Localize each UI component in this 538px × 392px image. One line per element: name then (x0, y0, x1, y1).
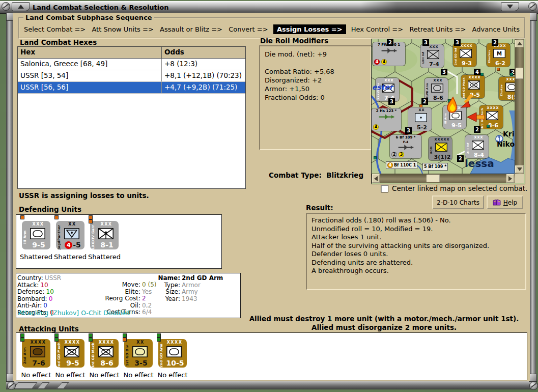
teal-hex-marker-icon (480, 73, 484, 76)
unit-status-label: Shattered (20, 253, 52, 261)
map-unit-counter[interactable]: ROMXXXXX3(1)2 (429, 137, 452, 160)
odds-cell: +8,1 (+12,1B) (70:23) (162, 70, 245, 81)
map-unit-type-icon (415, 113, 427, 122)
attacking-unit[interactable]: 2nd GD MechXXXX9-5No effect (56, 339, 84, 379)
center-map-checkbox[interactable] (381, 185, 388, 192)
linked-map-widget[interactable]: 7 FW 190 144LXII InfXXX7-42nd GD InfXXXX… (371, 39, 525, 184)
map-unit-counter[interactable]: XIII InfXXX8-4 (465, 135, 489, 158)
window-shade-button[interactable] (12, 2, 30, 11)
scroll-right-button[interactable] (506, 174, 514, 183)
map-unit-counter[interactable]: KharkovXXXXM6-2 (487, 43, 510, 67)
map-air-strip[interactable]: 4Bf 110C 1 (386, 161, 417, 169)
map-vertical-scrollbar[interactable] (515, 39, 524, 174)
map-place-label: lessa (465, 157, 494, 170)
map-place-label: ester (372, 83, 393, 91)
orange-marker-icon (89, 219, 93, 223)
map-unit-counter[interactable]: 2nd GD InfXXXX9-3 (453, 43, 476, 67)
unit-counter[interactable]: 2nd ArmXXXX7-6 (22, 339, 50, 368)
map-air-counter[interactable]: 2 Hs 123 *4 (372, 108, 401, 131)
air-status-badge: 3 (399, 152, 404, 157)
subphase-att-snow-units: Att Snow Units => (91, 25, 154, 34)
unit-counter[interactable]: 2nd GD MechXXXX9-5 (56, 339, 84, 368)
triangle-up-icon (18, 5, 24, 9)
detail-row: Move:0 (5) (92, 282, 156, 289)
defending-unit[interactable]: III ArmXXX9-5Shattered (22, 221, 50, 261)
subphase-hex-control: Hex Control => (350, 25, 404, 34)
defending-unit[interactable]: LXXXIV GarrXXX8-1Shattered (90, 221, 119, 261)
detail-row: Country:USSR (17, 275, 61, 282)
scroll-up-button[interactable] (515, 40, 524, 47)
green-marker-icon (89, 333, 93, 338)
unit-counter[interactable]: 3rd GD MechXXXX8-6 (90, 339, 119, 368)
attacking-unit[interactable]: 2nd ArmXXXX7-6No effect (22, 339, 50, 379)
attacking-unit[interactable]: 3rd GD MechXXXX8-6No effect (90, 339, 119, 379)
air-status-badge: 2 (391, 152, 397, 157)
window-menu-button[interactable] (501, 2, 519, 11)
unit-counter[interactable]: III ArmXXX9-5 (22, 221, 50, 249)
subphase-sequence-group: Land Combat Subphase Sequence Select Com… (18, 17, 525, 39)
detail-row: Year:1943 (158, 296, 223, 303)
map-unit-size: XXXXX (433, 137, 451, 142)
attacking-unit[interactable]: 2nd GD ArmXXXX10-5No effect (158, 339, 187, 379)
land-combat-hexes-table: Hex Odds Salonica, Greece [68, 49]+8 (12… (17, 46, 246, 189)
arrow-right-icon (508, 176, 512, 181)
map-unit-factors: 9-5 (465, 92, 485, 98)
teal-hex-marker-icon (448, 99, 451, 102)
die-roll-modifiers-title: Die Roll Modifiers (260, 37, 328, 45)
hex-table-row[interactable]: Salonica, Greece [68, 49]+8 (12:3) (18, 59, 245, 70)
map-unit-counter[interactable]: LXII InfXXX7-4 (420, 44, 444, 68)
map-unit-counter[interactable]: ZhukovXXXX8(5 (499, 77, 515, 100)
hex-table-row[interactable]: USSR [53, 54]+8,1 (+12,1B) (70:23) (18, 70, 245, 82)
map-air-strip[interactable]: 5 Bf 109 * (422, 163, 448, 171)
defending-unit[interactable]: JagdPantherXX4-5Shattered (56, 221, 84, 261)
green-marker-icon (123, 333, 127, 338)
map-unit-counter[interactable]: III ArmXXX9-5 (443, 105, 466, 129)
charts-button[interactable]: 2-D-10 Charts (432, 195, 484, 209)
horizontal-scroll-thumb[interactable] (427, 175, 440, 182)
scroll-down-button[interactable] (515, 165, 524, 173)
air-unit-label: 2 Hs 123 * (372, 108, 401, 113)
unit-status-label: Shattered (88, 253, 121, 261)
unit-counter[interactable]: LXXXIV GarrXXX8-1 (90, 221, 119, 249)
result-box: Fractional odds (.180) roll was (.506) -… (306, 213, 526, 290)
hex-cell: Salonica, Greece [68, 49] (18, 59, 162, 70)
detail-row: Name:2nd GD Arm (158, 275, 223, 282)
scroll-left-button[interactable] (372, 174, 380, 183)
window-frame-bottom[interactable] (6, 381, 536, 389)
hex-table-row[interactable]: USSR [56, 56]+4,7 (+9,2B) (71:25) (18, 82, 245, 94)
unit-type-icon (132, 346, 148, 357)
map-horizontal-scrollbar[interactable] (372, 174, 515, 183)
unit-size-symbol: XXXX (62, 340, 83, 345)
unit-status-label: No effect (88, 371, 121, 379)
orange-hex-marker-icon (497, 68, 500, 71)
modifier-line: Die mod. (net): +9 (265, 50, 366, 59)
odds-column-header: Odds (162, 47, 245, 58)
attacking-unit[interactable]: 1st GD DivXX3-5No effect (124, 339, 153, 379)
map-unit-counter[interactable]: 2nd GD MechXXXX9-5 (461, 75, 485, 98)
svg-text:M: M (497, 50, 502, 57)
window-frame-right[interactable] (529, 13, 536, 381)
unit-counter[interactable]: 1st GD DivXX3-5 (124, 339, 153, 368)
map-view[interactable]: 7 FW 190 144LXII InfXXX7-42nd GD InfXXXX… (372, 39, 515, 174)
map-unit-type-icon (449, 111, 462, 120)
unit-counter[interactable]: 2nd GD ArmXXXX10-5 (158, 339, 187, 368)
center-map-option: Center linked map on selected combat. (381, 184, 527, 192)
help-button[interactable]: Help (487, 195, 523, 209)
unit-counter[interactable]: JagdPantherXX4-5 (56, 221, 84, 249)
window-frame-left[interactable] (6, 13, 13, 381)
unit-size-symbol: XXXX (27, 340, 49, 345)
orange-marker-icon (54, 215, 59, 219)
result-line: Defending units are shattered. (312, 259, 521, 267)
map-scrollbar-corner (515, 174, 524, 183)
map-unit-size: XXXX (503, 77, 515, 81)
unit-factors: 7-6 (27, 359, 50, 367)
map-unit-counter[interactable]: 3rd GD MechXXXX8-6 (479, 105, 503, 129)
map-air-counter[interactable]: 6 Bf 109 *F-423 (390, 135, 421, 158)
green-marker-icon (20, 338, 24, 342)
window-titlebar[interactable]: Land Combat Selection & Resolution (0, 1, 538, 14)
unit-type-icon (98, 346, 114, 357)
map-unit-size: XXX (470, 135, 488, 139)
modifier-line (265, 59, 366, 67)
vertical-scroll-thumb[interactable] (516, 68, 523, 79)
map-unit-size: XX (413, 108, 431, 112)
